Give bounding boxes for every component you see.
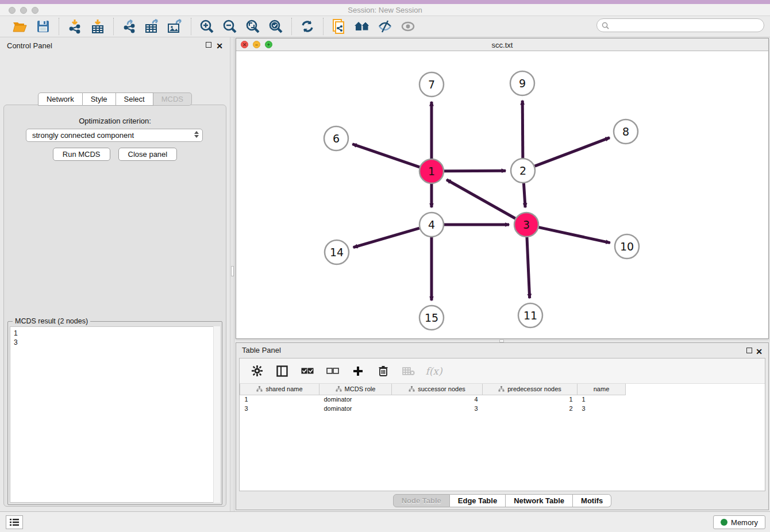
graph-node-label-9: 9 (519, 77, 526, 90)
float-panel-icon[interactable] (206, 41, 211, 49)
tab-node-table[interactable]: Node Table (393, 494, 450, 507)
table-panel[interactable]: Table Panel ✕ (236, 342, 769, 510)
graph-edge-1-2[interactable] (444, 171, 506, 171)
graph-edge-4-14[interactable] (353, 228, 419, 247)
search-field[interactable] (596, 18, 764, 32)
cell-name[interactable]: 1 (578, 395, 626, 404)
control-panel: Control Panel ✕ NetworkStyleSelectMCDS O… (0, 37, 230, 511)
network-window-titlebar[interactable]: ✕ − + scc.txt (236, 38, 768, 51)
search-icon (602, 22, 609, 29)
graph-edge-2-9[interactable] (522, 101, 523, 158)
zoom-fit-icon[interactable] (243, 18, 263, 35)
attribute-icon (336, 386, 342, 392)
cell-successor-nodes[interactable]: 3 (392, 404, 483, 413)
mcds-result-textarea[interactable]: 1 3 (10, 326, 220, 503)
table-row[interactable]: 3dominator323 (240, 404, 765, 413)
task-list-icon (10, 518, 19, 526)
graph-node-label-3: 3 (523, 218, 530, 231)
task-history-button[interactable] (6, 515, 23, 529)
tab-motifs[interactable]: Motifs (573, 494, 611, 507)
cell-successor-nodes[interactable]: 4 (392, 395, 483, 404)
table-row[interactable]: 1dominator411 (240, 395, 765, 404)
tab-select[interactable]: Select (116, 92, 153, 106)
memory-label: Memory (731, 518, 758, 527)
open-session-icon[interactable] (10, 18, 30, 35)
export-table-icon[interactable] (143, 18, 162, 35)
graph-node-label-4: 4 (428, 218, 435, 231)
show-panels-icon[interactable] (398, 18, 418, 35)
tab-mcds[interactable]: MCDS (153, 92, 192, 106)
tab-style[interactable]: Style (83, 92, 116, 106)
cell-predecessor-nodes[interactable]: 2 (483, 404, 578, 413)
graph-node-label-11: 11 (523, 309, 537, 322)
column-header-name[interactable]: name (578, 384, 626, 395)
column-header-shared-name[interactable]: shared name (240, 384, 319, 395)
add-column-icon[interactable] (351, 364, 365, 378)
import-network-icon[interactable] (65, 18, 84, 35)
column-header-predecessor-nodes[interactable]: predecessor nodes (483, 384, 578, 395)
vertical-splitter[interactable] (230, 37, 234, 511)
hide-panels-icon[interactable] (375, 18, 395, 35)
column-header-successor-nodes[interactable]: successor nodes (392, 384, 483, 395)
graph-edge-3-1[interactable] (446, 180, 515, 218)
control-panel-title: Control Panel (7, 41, 52, 50)
result-scrollbar[interactable] (213, 326, 220, 503)
gear-icon[interactable] (250, 364, 264, 378)
attribute-icon (256, 386, 263, 392)
cell-MCDS-role[interactable]: dominator (319, 395, 392, 404)
cell-shared-name[interactable]: 1 (240, 395, 319, 404)
graph-edge-1-6[interactable] (352, 144, 419, 167)
graph-node-label-15: 15 (425, 311, 438, 324)
vertical-splitter-handle[interactable] (231, 266, 234, 276)
deselect-all-icon[interactable] (326, 364, 340, 378)
table-toolbar: f(x) (240, 358, 765, 384)
export-image-icon[interactable] (165, 18, 185, 35)
network-window[interactable]: ✕ − + scc.txt 7968124314101511 (236, 38, 769, 339)
network-canvas[interactable]: 7968124314101511 (236, 51, 768, 338)
attribute-icon (498, 386, 505, 392)
memory-button[interactable]: Memory (713, 515, 765, 529)
table-close-icon[interactable]: ✕ (756, 347, 763, 356)
control-panel-tabs: NetworkStyleSelectMCDS (0, 92, 230, 106)
graph-node-label-10: 10 (620, 240, 634, 253)
table-tabs: Node TableEdge TableNetwork TableMotifs (236, 494, 768, 507)
graph-node-label-8: 8 (622, 125, 629, 138)
home-icon[interactable] (352, 18, 372, 35)
delete-column-icon[interactable] (376, 364, 390, 378)
refresh-icon[interactable] (298, 18, 317, 35)
cell-shared-name[interactable]: 3 (240, 404, 319, 413)
tab-network[interactable]: Network (38, 92, 83, 106)
cell-predecessor-nodes[interactable]: 1 (483, 395, 578, 404)
close-panel-icon[interactable]: ✕ (216, 41, 223, 51)
cell-MCDS-role[interactable]: dominator (319, 404, 392, 413)
export-network-icon[interactable] (120, 18, 139, 35)
clone-network-icon[interactable] (329, 18, 349, 35)
network-graph[interactable]: 7968124314101511 (236, 51, 768, 339)
save-session-icon[interactable] (33, 18, 53, 35)
graph-edge-3-11[interactable] (527, 237, 530, 298)
attribute-icon (409, 386, 415, 392)
select-all-icon[interactable] (301, 364, 314, 378)
zoom-in-icon[interactable] (197, 18, 217, 35)
graph-edge-2-8[interactable] (535, 138, 610, 167)
tab-edge-table[interactable]: Edge Table (450, 494, 506, 507)
run-mcds-button[interactable]: Run MCDS (53, 148, 110, 161)
select-stepper-icon (194, 131, 199, 138)
table-float-icon[interactable] (746, 347, 752, 355)
search-input[interactable] (611, 21, 764, 29)
close-panel-button[interactable]: Close panel (118, 148, 178, 161)
window-titlebar[interactable]: Session: New Session (0, 4, 770, 16)
tab-network-table[interactable]: Network Table (506, 494, 573, 507)
graph-edge-2-3[interactable] (523, 183, 525, 207)
graph-edge-3-10[interactable] (538, 228, 610, 243)
column-header-MCDS-role[interactable]: MCDS role (319, 384, 392, 395)
network-desktop: ✕ − + scc.txt 7968124314101511 Table Pan… (234, 37, 770, 511)
zoom-out-icon[interactable] (220, 18, 240, 35)
table-panel-title: Table Panel (242, 346, 281, 354)
cell-name[interactable]: 3 (578, 404, 626, 413)
zoom-selected-icon[interactable] (266, 18, 286, 35)
column-chooser-icon[interactable] (275, 364, 289, 378)
graph-node-label-2: 2 (519, 164, 526, 177)
criterion-select[interactable]: strongly connected component (26, 129, 203, 142)
import-table-icon[interactable] (88, 18, 107, 35)
